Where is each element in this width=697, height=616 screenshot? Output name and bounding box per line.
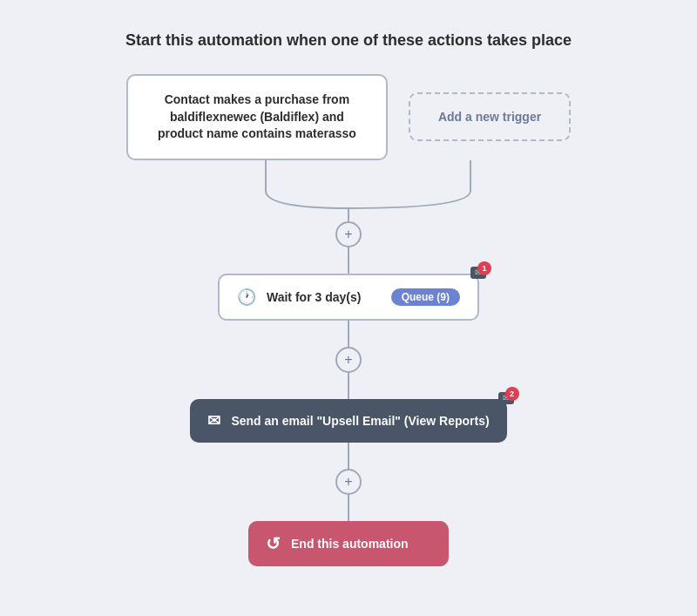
- clock-icon: 🕐: [237, 288, 256, 307]
- add-step-button-2[interactable]: +: [335, 347, 362, 373]
- end-icon: ↺: [266, 533, 281, 554]
- email-notif: ✉ 2: [498, 392, 514, 404]
- wait-step[interactable]: 🕐 Wait for 3 day(s) Queue (9): [218, 274, 479, 321]
- automation-canvas: Contact makes a purchase from baldiflexn…: [0, 74, 697, 566]
- end-step[interactable]: ↺ End this automation: [248, 521, 449, 566]
- wait-notif: ✉ 1: [470, 267, 486, 279]
- connector-line: [348, 247, 349, 274]
- email-step-label: Send an email "Upsell Email" (View Repor…: [231, 414, 489, 428]
- email-step[interactable]: ✉ Send an email "Upsell Email" (View Rep…: [190, 399, 506, 443]
- email-step-wrapper: ✉ Send an email "Upsell Email" (View Rep…: [190, 399, 506, 443]
- connector-line-3: [348, 373, 349, 399]
- end-step-label: End this automation: [291, 537, 431, 551]
- add-step-button-1[interactable]: +: [335, 221, 362, 247]
- email-icon: ✉: [207, 411, 220, 430]
- connector-line-2: [348, 321, 349, 347]
- page-title: Start this automation when one of these …: [125, 31, 572, 50]
- trigger-box[interactable]: Contact makes a purchase from baldiflexn…: [126, 74, 388, 160]
- merge-svg: [131, 160, 566, 221]
- add-step-button-3[interactable]: +: [335, 469, 362, 495]
- trigger-row: Contact makes a purchase from baldiflexn…: [126, 74, 571, 160]
- queue-badge[interactable]: Queue (9): [391, 288, 460, 306]
- connector-line-5: [348, 495, 349, 521]
- wait-notif-count: 1: [477, 261, 491, 275]
- connector-2: +: [335, 321, 362, 399]
- plus-connector-1: +: [335, 221, 362, 274]
- connector-line-4: [348, 443, 349, 469]
- connector-3: +: [335, 443, 362, 521]
- email-notif-count: 2: [505, 387, 519, 401]
- wait-step-wrapper: 🕐 Wait for 3 day(s) Queue (9) ✉ 1: [218, 274, 479, 321]
- merge-lines: [131, 160, 566, 221]
- wait-step-label: Wait for 3 day(s): [267, 290, 381, 304]
- add-trigger-button[interactable]: Add a new trigger: [409, 92, 571, 141]
